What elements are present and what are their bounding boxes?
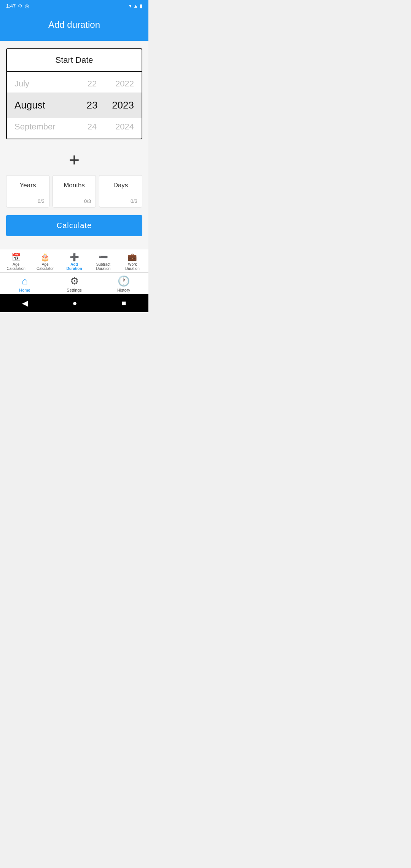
calculate-button[interactable]: Calculate [6,215,142,236]
history-label: History [117,288,130,292]
add-duration-label: AddDuration [66,262,82,271]
work-duration-label: WorkDuration [125,262,140,271]
prev-year: 2022 [104,79,134,89]
home-button[interactable]: ● [72,299,77,308]
status-bar: 1:47 ⚙ ◎ ▾ ▲ ▮ [0,0,148,12]
days-field[interactable]: Days 0/3 [99,175,142,207]
main-content: Start Date July 22 2022 August 23 2023 S… [0,41,148,249]
bottom-nav-tabs: ⌂ Home ⚙ Settings 🕐 History [0,273,148,294]
selected-day: 23 [81,99,104,111]
next-month: September [14,122,81,132]
work-duration-icon: 💼 [127,252,137,262]
selected-month: August [14,99,81,111]
duration-fields: Years 0/3 Months 0/3 Days 0/3 [6,175,142,207]
back-button[interactable]: ◀ [22,298,28,308]
days-label: Days [113,182,128,189]
recents-button[interactable]: ■ [121,299,126,308]
age-calculator-label: AgeCalculator [37,262,54,271]
selected-year: 2023 [104,99,134,111]
subtract-duration-icon: ➖ [99,252,108,262]
nav-tab-home[interactable]: ⌂ Home [0,275,49,292]
date-row-prev[interactable]: July 22 2022 [7,75,142,93]
plus-icon: + [69,151,80,169]
age-calculation-label: AgeCalculation [6,262,25,271]
android-nav-bar: ◀ ● ■ [0,294,148,312]
status-left: 1:47 ⚙ ◎ [6,3,29,9]
settings-label: Settings [67,288,82,292]
days-count: 0/3 [131,198,137,204]
home-icon: ⌂ [22,275,28,287]
years-label: Years [20,182,36,189]
top-nav-tabs: 📅 AgeCalculation 🎂 AgeCalculator ➕ AddDu… [0,249,148,273]
wifi-icon: ▾ [129,3,132,9]
settings-icon: ⚙ [18,3,22,9]
subtract-duration-label: SubtractDuration [96,262,111,271]
years-count: 0/3 [38,198,45,204]
settings-nav-icon: ⚙ [70,275,79,287]
battery-icon: ▮ [140,3,142,9]
next-year: 2024 [104,122,134,132]
location-icon: ◎ [25,3,29,9]
age-calculation-icon: 📅 [11,252,21,262]
tab-subtract-duration[interactable]: ➖ SubtractDuration [89,252,118,271]
age-calculator-icon: 🎂 [40,252,50,262]
start-date-label: Start Date [7,49,142,72]
page-header: Add duration [0,12,148,41]
years-field[interactable]: Years 0/3 [6,175,49,207]
date-row-selected[interactable]: August 23 2023 [7,93,142,118]
nav-tab-settings[interactable]: ⚙ Settings [49,275,99,292]
home-label: Home [19,288,30,292]
next-day: 24 [81,122,104,132]
tab-age-calculation[interactable]: 📅 AgeCalculation [2,252,30,271]
date-row-next[interactable]: September 24 2024 [7,118,142,136]
history-icon: 🕐 [118,275,130,287]
date-picker[interactable]: July 22 2022 August 23 2023 September 24… [7,72,142,139]
signal-icon: ▲ [133,3,138,9]
nav-tab-history[interactable]: 🕐 History [99,275,148,292]
months-label: Months [64,182,85,189]
tab-age-calculator[interactable]: 🎂 AgeCalculator [30,252,59,271]
status-right: ▾ ▲ ▮ [129,3,142,9]
tab-add-duration[interactable]: ➕ AddDuration [60,252,89,271]
start-date-container[interactable]: Start Date July 22 2022 August 23 2023 S… [6,48,142,139]
prev-day: 22 [81,79,104,89]
add-duration-icon: ➕ [70,252,79,262]
tab-work-duration[interactable]: 💼 WorkDuration [118,252,147,271]
months-count: 0/3 [84,198,91,204]
time-display: 1:47 [6,3,16,9]
months-field[interactable]: Months 0/3 [53,175,96,207]
page-title: Add duration [48,19,100,30]
prev-month: July [14,79,81,89]
